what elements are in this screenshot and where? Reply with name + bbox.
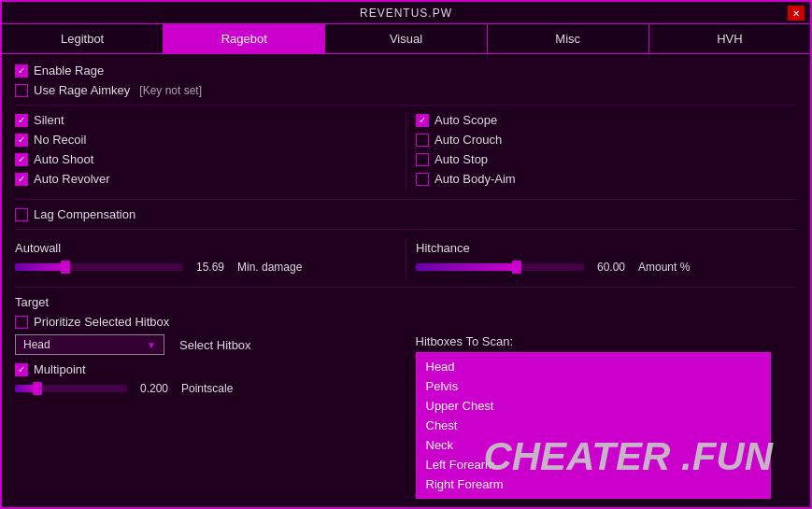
pointscale-label: Pointscale: [181, 382, 233, 395]
auto-stop-label: Auto Stop: [434, 152, 488, 166]
silent-checkbox[interactable]: [15, 114, 28, 127]
min-damage-slider[interactable]: [15, 263, 183, 271]
select-hitbox-label: Select Hitbox: [179, 338, 251, 352]
dropdown-arrow-icon: ▼: [147, 340, 156, 350]
multipoint-label: Multipoint: [34, 362, 86, 376]
tab-bar: Legitbot Ragebot Visual Misc HVH: [2, 24, 810, 54]
head-dropdown-value: Head: [23, 338, 50, 351]
hitbox-item-pelvis[interactable]: Pelvis: [417, 376, 770, 396]
min-damage-label: Min. damage: [237, 261, 302, 274]
target-section-label: Target: [15, 295, 797, 309]
auto-revolver-row: Auto Revolver: [15, 172, 396, 186]
hitbox-item-neck[interactable]: Neck: [417, 435, 770, 455]
prioritize-hitbox-label: Prioritize Selected Hitbox: [34, 315, 169, 329]
no-recoil-label: No Recoil: [34, 133, 86, 147]
options-two-col: Silent No Recoil Auto Shoot Auto Revolve…: [15, 113, 797, 191]
use-rage-aimkey-row: Use Rage Aimkey [Key not set]: [15, 83, 797, 97]
pointscale-slider[interactable]: [15, 385, 127, 392]
title-bar: REVENTUS.PW ✕: [2, 2, 810, 24]
tab-misc[interactable]: Misc: [488, 24, 649, 53]
hitbox-list: Head Pelvis Upper Chest Chest Neck Left …: [416, 352, 771, 499]
tab-hvh[interactable]: HVH: [649, 24, 810, 53]
lag-comp-label: Lag Compensation: [34, 207, 135, 221]
hitbox-item-chest[interactable]: Chest: [417, 416, 770, 435]
target-left-col: Head ▼ Select Hitbox Multipoint 0.: [15, 334, 406, 499]
hitbox-item-head[interactable]: Head: [417, 357, 770, 376]
enable-rage-label: Enable Rage: [34, 64, 104, 78]
amount-row: 60.00 Amount %: [416, 261, 797, 274]
tab-ragebot[interactable]: Ragebot: [164, 24, 325, 53]
pointscale-value: 0.200: [135, 382, 168, 395]
no-recoil-checkbox[interactable]: [15, 134, 28, 147]
pointscale-row: 0.200 Pointscale: [15, 382, 397, 395]
main-window: REVENTUS.PW ✕ Legitbot Ragebot Visual Mi…: [0, 0, 812, 509]
enable-rage-checkbox[interactable]: [15, 64, 28, 78]
auto-crouch-label: Auto Crouch: [434, 133, 502, 147]
key-not-set-label: [Key not set]: [139, 84, 202, 97]
auto-crouch-checkbox[interactable]: [416, 134, 429, 147]
auto-body-aim-row: Auto Body-Aim: [416, 172, 797, 186]
hitbox-item-right-forearm[interactable]: Right Forearm: [417, 474, 770, 494]
target-two-col: Head ▼ Select Hitbox Multipoint 0.: [15, 334, 797, 499]
auto-scope-label: Auto Scope: [434, 113, 497, 127]
enable-rage-row: Enable Rage: [15, 64, 797, 78]
divider-1: [15, 105, 797, 106]
auto-scope-checkbox[interactable]: [416, 114, 429, 127]
hitchance-col: Hitchance 60.00 Amount %: [406, 237, 797, 279]
auto-stop-checkbox[interactable]: [416, 153, 429, 166]
sliders-two-col: Autowall 15.69 Min. damage Hitchance: [15, 237, 797, 279]
target-right-col: Hitboxes To Scan: Head Pelvis Upper Ches…: [406, 334, 798, 499]
auto-revolver-checkbox[interactable]: [15, 173, 28, 186]
amount-value: 60.00: [591, 261, 625, 274]
hitchance-label: Hitchance: [416, 241, 797, 255]
hitbox-item-left-forearm[interactable]: Left Forearm: [417, 455, 770, 474]
hitbox-item-upper-chest[interactable]: Upper Chest: [417, 396, 770, 416]
enable-rage-checkbox-row: Enable Rage: [15, 64, 104, 78]
auto-shoot-row: Auto Shoot: [15, 152, 396, 166]
lag-comp-row: Lag Compensation: [15, 207, 797, 221]
auto-crouch-row: Auto Crouch: [416, 133, 797, 147]
auto-body-aim-label: Auto Body-Aim: [434, 172, 516, 186]
tab-visual[interactable]: Visual: [325, 24, 487, 53]
no-recoil-row: No Recoil: [15, 133, 396, 147]
min-damage-row: 15.69 Min. damage: [15, 261, 396, 274]
tab-legitbot[interactable]: Legitbot: [2, 24, 164, 53]
divider-4: [15, 287, 797, 288]
divider-3: [15, 229, 797, 230]
auto-shoot-label: Auto Shoot: [34, 152, 93, 166]
hitboxes-to-scan-label: Hitboxes To Scan:: [416, 334, 798, 348]
auto-shoot-checkbox[interactable]: [15, 153, 28, 166]
window-title: REVENTUS.PW: [360, 7, 452, 20]
autowall-col: Autowall 15.69 Min. damage: [15, 237, 406, 279]
col-right: Auto Scope Auto Crouch Auto Stop Auto Bo…: [406, 113, 797, 191]
silent-label: Silent: [34, 113, 64, 127]
multipoint-checkbox[interactable]: [15, 363, 28, 376]
lag-comp-checkbox[interactable]: [15, 208, 28, 221]
col-left: Silent No Recoil Auto Shoot Auto Revolve…: [15, 113, 406, 191]
amount-slider[interactable]: [416, 263, 584, 271]
prioritize-hitbox-row: Prioritize Selected Hitbox: [15, 315, 797, 329]
amount-label: Amount %: [638, 261, 690, 274]
autowall-label: Autowall: [15, 241, 396, 255]
use-rage-aimkey-checkbox-row: Use Rage Aimkey [Key not set]: [15, 83, 202, 97]
multipoint-row: Multipoint: [15, 362, 397, 376]
auto-revolver-label: Auto Revolver: [34, 172, 110, 186]
use-rage-aimkey-label: Use Rage Aimkey: [34, 83, 130, 97]
prioritize-hitbox-checkbox[interactable]: [15, 316, 28, 329]
auto-body-aim-checkbox[interactable]: [416, 173, 429, 186]
close-button[interactable]: ✕: [788, 6, 805, 21]
divider-2: [15, 199, 797, 200]
silent-row: Silent: [15, 113, 396, 127]
min-damage-value: 15.69: [191, 261, 224, 274]
content-area: Enable Rage Use Rage Aimkey [Key not set…: [2, 54, 810, 507]
select-hitbox-row: Head ▼ Select Hitbox: [15, 334, 397, 355]
auto-stop-row: Auto Stop: [416, 152, 797, 166]
use-rage-aimkey-checkbox[interactable]: [15, 84, 28, 97]
head-dropdown[interactable]: Head ▼: [15, 334, 164, 355]
auto-scope-row: Auto Scope: [416, 113, 797, 127]
